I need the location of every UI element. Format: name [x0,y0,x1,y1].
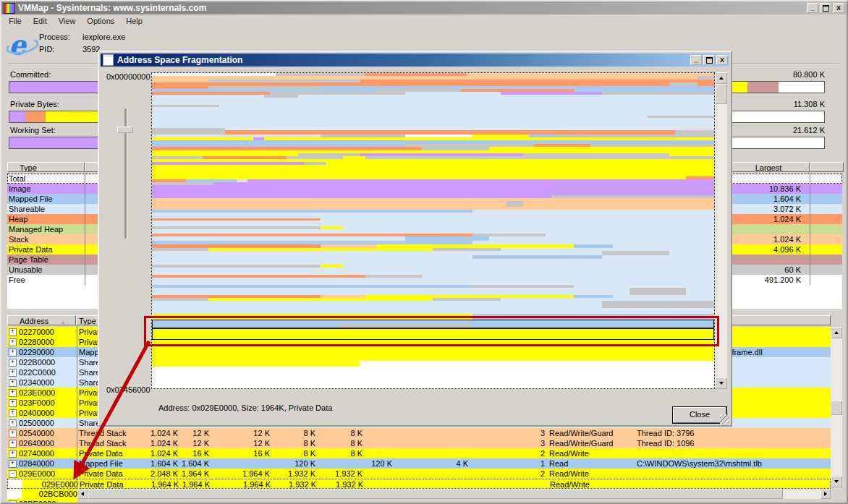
map-segment-G [708,314,714,320]
menu-options[interactable]: Options [81,16,120,26]
address-row[interactable]: +02840000Mapped File1.604 K1.604 K120 K1… [7,458,831,469]
row-private-ws: 1.932 K [305,469,362,478]
expand-plus-icon[interactable]: + [9,369,17,377]
dialog-minimize-icon[interactable]: _ [690,55,702,65]
collapse-minus-icon[interactable]: - [9,470,17,478]
summary-label: Private Bytes: [10,100,59,108]
address-value: 02500000 [19,419,54,427]
expand-plus-icon[interactable]: + [9,419,17,427]
address-value: 02840000 [19,459,54,468]
scroll-up-icon[interactable] [831,327,842,338]
hscroll-thumb[interactable] [88,489,783,499]
map-row [152,98,714,105]
expand-plus-icon[interactable]: + [9,460,17,468]
scroll-down-icon[interactable] [831,476,842,487]
address-row[interactable]: -029E0000Private Data2.048 K1.964 K1.964… [7,469,831,479]
type-row-label: Page Table [9,255,48,264]
dialog-close-icon[interactable]: X [716,55,728,65]
resize-grip[interactable] [720,414,729,424]
map-vscroll-thumb[interactable] [715,84,727,104]
scrollbar-corner [831,489,842,499]
expand-plus-icon[interactable]: + [9,349,17,356]
summary-value: 21.612 K [725,126,825,134]
address-value: 02540000 [19,429,54,437]
map-row [152,107,714,116]
menu-view[interactable]: View [53,16,82,26]
list-hscrollbar[interactable] [77,489,831,499]
close-icon[interactable]: X [833,3,844,13]
scroll-right-icon[interactable] [821,489,831,499]
expand-plus-icon[interactable]: + [9,389,17,397]
map-scroll-up-icon[interactable] [715,72,727,84]
bar-segment-pagetable [747,82,779,93]
map-segment-L [686,288,714,295]
address-row[interactable]: 029E0000Private Data1.964 K1.964 K1.964 … [7,479,831,489]
main-titlebar[interactable]: VMMap - Sysinternals: www.sysinternals.c… [1,1,847,14]
spacer-header2[interactable] [810,162,844,172]
address-row[interactable]: 02BCB000 [7,489,77,499]
zoom-slider-thumb[interactable] [117,127,133,133]
map-segment-L [152,268,714,275]
map-scroll-down-icon[interactable] [715,377,727,389]
map-row [152,221,714,226]
map-vscrollbar[interactable] [715,72,727,389]
menu-file[interactable]: File [3,16,27,26]
map-segment-W [152,367,714,388]
map-segment-S [152,201,506,207]
address-header[interactable]: Address▲ [7,315,76,325]
expand-plus-icon[interactable]: + [9,359,17,367]
row-type: Mapped File [79,459,123,468]
expand-plus-icon[interactable]: + [9,399,17,407]
scroll-left-icon[interactable] [77,489,88,499]
expand-plus-icon[interactable]: + [9,379,17,387]
type-header[interactable]: Type [7,162,85,172]
expand-plus-icon[interactable]: + [9,328,17,336]
expand-plus-icon[interactable]: + [9,430,17,437]
map-segment-L [152,118,714,128]
address-row[interactable]: -02BE0000 [7,499,77,503]
minimize-icon[interactable]: _ [807,3,818,13]
map-segment-Y [152,165,714,176]
expand-plus-icon[interactable]: + [9,338,17,346]
expand-plus-icon[interactable]: + [9,409,17,417]
close-button[interactable]: Close [672,406,727,424]
dialog-titlebar[interactable]: Address Space Fragmentation _ X [101,54,729,67]
fragmentation-map[interactable] [151,72,715,389]
restore-icon[interactable] [820,3,831,13]
address-value: 022C0000 [19,368,56,377]
largest-header[interactable]: Largest [727,162,810,172]
map-row [152,185,714,195]
row-total-ws: 120 K [258,459,315,468]
address-row[interactable]: +02740000Private Data1.024 K16 K16 K8 K8… [7,448,831,458]
map-segment-G [602,301,714,308]
menu-edit[interactable]: Edit [27,16,53,26]
menu-help[interactable]: Help [120,16,148,26]
row-committed: 12 K [151,429,209,437]
map-row [152,343,714,361]
dialog-maximize-icon[interactable] [703,55,715,65]
map-segment-S [523,201,714,207]
row-type: Private Data [79,469,123,478]
type-col-separator [85,172,85,285]
vscroll-thumb[interactable] [831,401,842,415]
expand-plus-icon[interactable]: + [9,440,17,448]
list-vscrollbar[interactable] [831,327,842,487]
address-row[interactable]: +02540000Thread Stack1.024 K12 K12 K8 K8… [7,428,831,438]
map-row [152,165,714,176]
process-label: Process: [39,33,70,41]
row-protection: Read [549,459,568,468]
row-private-ws: 1.932 K [305,480,363,489]
row-type: Private Data [80,480,124,489]
address-row[interactable]: +02640000Thread Stack1.024 K12 K12 K8 K8… [7,438,831,448]
window-title: VMMap - Sysinternals: www.sysinternals.c… [18,3,807,13]
expand-plus-icon[interactable]: + [9,450,17,458]
map-segment-L [152,221,714,226]
address-value: 02BCB000 [22,490,77,498]
collapse-minus-icon[interactable]: - [9,500,17,503]
address-value: 02BE0000 [19,500,56,503]
address-value: 02400000 [19,409,54,417]
map-top-address: 0x00000000 [106,72,150,81]
row-type: Thread Stack [79,439,126,448]
summary-value: 80.800 K [725,70,825,79]
row-committed: 1.604 K [151,459,209,468]
